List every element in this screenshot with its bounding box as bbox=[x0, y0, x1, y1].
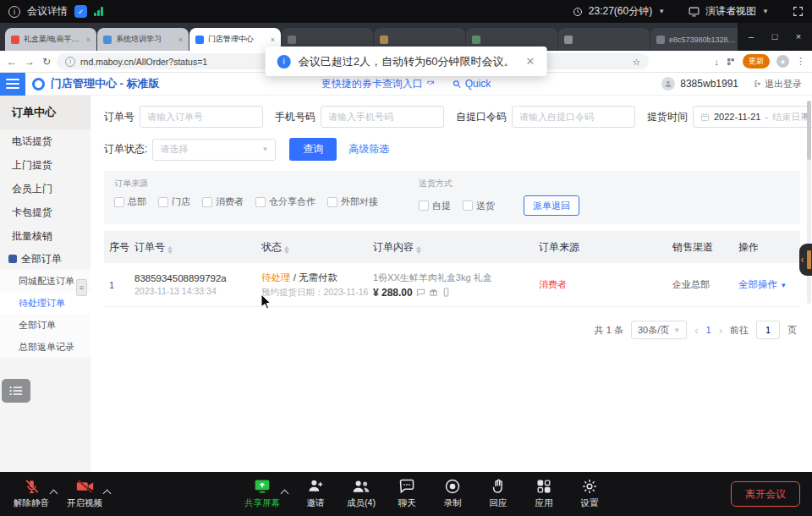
username[interactable]: 8385wb1991 bbox=[680, 78, 738, 90]
date-range-picker[interactable]: 2022-11-21 - 结束日期 bbox=[693, 106, 812, 128]
reactions-button[interactable]: 回应 bbox=[475, 478, 521, 509]
meeting-info-icon[interactable]: i bbox=[8, 6, 20, 18]
header-content[interactable]: 订单内容 bbox=[373, 240, 539, 255]
sidebar-item-door-pickup[interactable]: 上门提货 bbox=[0, 153, 91, 177]
checkbox-icon bbox=[419, 200, 429, 211]
fullscreen-icon[interactable] bbox=[793, 6, 804, 17]
dispatch-return-button[interactable]: 派单退回 bbox=[524, 195, 579, 216]
invite-button[interactable]: 邀请 bbox=[293, 478, 338, 509]
view-dropdown-icon[interactable]: ▼ bbox=[762, 8, 769, 15]
pickup-code-input[interactable] bbox=[512, 106, 635, 128]
meeting-timer[interactable]: 23:27(60分钟) bbox=[589, 4, 652, 19]
order-status-select[interactable]: 请选择▼ bbox=[152, 139, 276, 161]
sort-icon[interactable] bbox=[284, 246, 289, 254]
meeting-details-label[interactable]: 会议详情 bbox=[27, 4, 68, 19]
sidebar-item-card-pickup[interactable]: 卡包提货 bbox=[0, 200, 91, 224]
tab-close-icon[interactable]: × bbox=[271, 36, 275, 44]
sidebar-item-all-orders[interactable]: 全部订单 bbox=[0, 248, 91, 270]
checkbox-source-hq[interactable]: 总部 bbox=[114, 195, 146, 208]
start-date: 2022-11-21 bbox=[714, 112, 760, 122]
sidebar-subitem-all-orders[interactable]: 全部订单 bbox=[0, 314, 91, 336]
current-page[interactable]: 1 bbox=[706, 325, 711, 335]
all-actions-dropdown[interactable]: 全部操作 ▼ bbox=[738, 279, 787, 289]
extensions-icon[interactable] bbox=[726, 57, 736, 67]
checkbox-source-store[interactable]: 门店 bbox=[158, 195, 190, 208]
record-button[interactable]: 录制 bbox=[430, 478, 475, 509]
minimize-button[interactable]: – bbox=[739, 23, 763, 51]
browser-update-button[interactable]: 更新 bbox=[743, 54, 770, 69]
sort-icon[interactable] bbox=[416, 246, 421, 254]
gift-icon[interactable] bbox=[429, 288, 438, 297]
members-button[interactable]: 成员(4) bbox=[338, 478, 384, 509]
unmute-button[interactable]: 解除静音 bbox=[8, 478, 54, 509]
order-no-input[interactable] bbox=[140, 106, 263, 128]
close-window-button[interactable]: × bbox=[787, 23, 810, 51]
checkbox-source-external[interactable]: 外部对接 bbox=[327, 195, 378, 208]
sidebar-subitem-hq-return-records[interactable]: 总部返单记录 bbox=[0, 336, 91, 358]
camera-off-icon bbox=[76, 478, 94, 495]
coupon-query-link[interactable]: 更快捷的券卡查询入口 bbox=[321, 77, 436, 91]
message-icon[interactable] bbox=[416, 288, 425, 297]
site-info-icon[interactable]: i bbox=[65, 57, 75, 67]
checkbox-source-consumer[interactable]: 消费者 bbox=[202, 195, 244, 208]
back-button[interactable]: ← bbox=[7, 56, 17, 68]
page-size-select[interactable]: 30条/页▼ bbox=[631, 321, 687, 339]
hamburger-menu-button[interactable] bbox=[0, 73, 25, 96]
browser-menu-icon[interactable]: ⋮ bbox=[796, 56, 805, 67]
apps-button[interactable]: 应用 bbox=[521, 478, 567, 509]
browser-tab[interactable]: e8c573980b1328a258fd2e6 bbox=[650, 28, 742, 51]
checkbox-source-warehouse[interactable]: 仓分享合作 bbox=[255, 195, 315, 208]
search-button[interactable]: 查询 bbox=[289, 138, 337, 161]
forward-button[interactable]: → bbox=[25, 56, 35, 68]
side-panel-toggle[interactable]: ‹ bbox=[799, 244, 812, 276]
tab-close-icon[interactable]: × bbox=[178, 36, 183, 44]
toast-message: 会议已超过2人，自动转为60分钟限时会议。 bbox=[299, 54, 515, 69]
leave-meeting-button[interactable]: 离开会议 bbox=[731, 481, 800, 507]
order-number[interactable]: 8385934508899792a bbox=[134, 273, 261, 283]
browser-tab[interactable]: 系统培训学习× bbox=[97, 28, 189, 51]
user-avatar-icon[interactable] bbox=[661, 77, 675, 91]
members-label: 成员(4) bbox=[347, 497, 376, 509]
advanced-filter-link[interactable]: 高级筛选 bbox=[348, 142, 389, 156]
sort-icon[interactable] bbox=[167, 246, 173, 254]
browser-profile-avatar[interactable]: ● bbox=[776, 55, 789, 68]
tab-close-icon[interactable]: × bbox=[86, 36, 91, 44]
sidebar-drag-handle[interactable]: ≡ bbox=[76, 279, 87, 296]
scrollbar-thumb[interactable] bbox=[807, 101, 811, 160]
toast-close-icon[interactable]: ✕ bbox=[525, 55, 535, 68]
refresh-button[interactable]: ↻ bbox=[42, 56, 51, 68]
sidebar-item-phone-pickup[interactable]: 电话提货 bbox=[0, 129, 91, 153]
header-status[interactable]: 状态 bbox=[261, 240, 373, 255]
maximize-button[interactable]: □ bbox=[763, 23, 787, 51]
app-header: 门店管理中心 - 标准版 更快捷的券卡查询入口 Quick 8385wb1991… bbox=[0, 73, 812, 96]
settings-button[interactable]: 设置 bbox=[567, 478, 612, 509]
timer-dropdown-icon[interactable]: ▼ bbox=[658, 8, 665, 15]
download-icon[interactable]: ↓ bbox=[715, 57, 720, 67]
quick-search-link[interactable]: Quick bbox=[453, 78, 491, 90]
phone-icon[interactable] bbox=[442, 288, 451, 297]
header-order-no[interactable]: 订单号 bbox=[134, 240, 261, 255]
goto-page-input[interactable] bbox=[756, 321, 780, 339]
view-mode-label[interactable]: 演讲者视图 bbox=[705, 4, 756, 19]
share-screen-button[interactable]: 共享屏幕 bbox=[239, 478, 285, 509]
meeting-list-floating-button[interactable] bbox=[2, 379, 30, 403]
phone-input[interactable] bbox=[321, 106, 444, 128]
sidebar-item-batch-verify[interactable]: 批量核销 bbox=[0, 224, 91, 248]
order-list-page: 订单号 手机号码 自提口令码 提货时间 2022-11-21 - 结束日期 » … bbox=[91, 96, 812, 472]
security-shield-icon[interactable]: ✓ bbox=[74, 5, 87, 18]
bookmark-star-icon[interactable]: ☆ bbox=[633, 57, 640, 67]
browser-tab[interactable]: 礼盒菜/电商平台管理中心× bbox=[5, 28, 96, 51]
browser-tab[interactable] bbox=[558, 28, 650, 51]
chat-button[interactable]: 聊天 bbox=[384, 478, 430, 509]
app-title: 门店管理中心 - 标准版 bbox=[51, 76, 160, 91]
delivery-method-label: 送货方式 bbox=[419, 178, 579, 189]
checkbox-delivery[interactable]: 送货 bbox=[463, 200, 495, 212]
chevron-left-icon: ‹ bbox=[801, 254, 804, 266]
actions-chevron-icon: ▼ bbox=[780, 282, 787, 289]
start-video-button[interactable]: 开启视频 bbox=[62, 478, 107, 509]
checkbox-self-pickup[interactable]: 自提 bbox=[419, 200, 451, 212]
logout-button[interactable]: 退出登录 bbox=[754, 78, 802, 91]
prev-page-button[interactable]: ‹ bbox=[694, 324, 698, 337]
next-page-button[interactable]: › bbox=[719, 324, 722, 337]
sidebar-item-member-visit[interactable]: 会员上门 bbox=[0, 177, 91, 200]
